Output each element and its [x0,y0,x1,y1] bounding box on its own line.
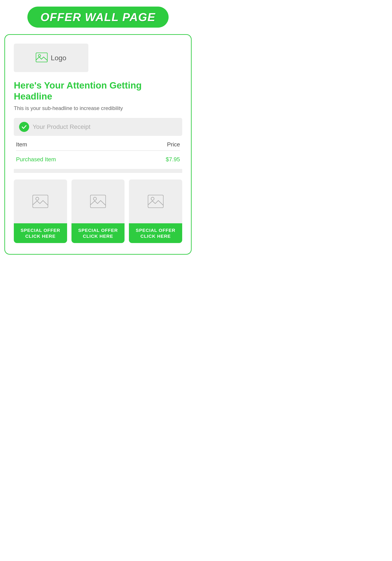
receipt-row: Purchased Item $7.95 [16,154,180,165]
svg-point-3 [36,197,39,200]
checkmark-icon [19,122,29,132]
offer-button-1[interactable]: SPECIAL OFFERCLICK HERE [14,223,67,243]
offer-image-box-3 [129,180,182,223]
receipt-table-header: Item Price [16,141,180,151]
offer-image-box-1 [14,180,67,223]
receipt-header: Your Product Receipt [14,118,182,136]
svg-point-5 [93,197,97,200]
page-title-text: OFFER WALL PAGE [41,11,156,23]
offer-button-2[interactable]: SPECIAL OFFERCLICK HERE [71,223,125,243]
offer-button-text-3: SPECIAL OFFERCLICK HERE [131,227,180,239]
offer-image-box-2 [71,180,125,223]
col-price-header: Price [167,141,180,148]
svg-point-7 [151,197,154,200]
offer-button-3[interactable]: SPECIAL OFFERCLICK HERE [129,223,182,243]
svg-rect-4 [90,195,106,208]
logo-label: Logo [51,54,66,62]
offers-grid: SPECIAL OFFERCLICK HERE SPECIAL OFFERCLI… [14,180,182,243]
offer-card-3: SPECIAL OFFERCLICK HERE [129,180,182,243]
divider-bar [14,169,182,173]
offer-card-1: SPECIAL OFFERCLICK HERE [14,180,67,243]
offer-card-2: SPECIAL OFFERCLICK HERE [71,180,125,243]
sub-headline: This is your sub-headline to increase cr… [14,105,182,111]
svg-rect-2 [33,195,48,208]
col-item-header: Item [16,141,27,148]
headline: Here's Your Attention Getting Headline [14,80,182,102]
receipt-table: Item Price Purchased Item $7.95 [14,141,182,165]
svg-rect-0 [36,53,47,62]
logo-image-icon [36,53,48,63]
offer-button-text-2: SPECIAL OFFERCLICK HERE [74,227,122,239]
receipt-title: Your Product Receipt [33,123,90,130]
logo-box: Logo [14,43,88,72]
page-title-banner: OFFER WALL PAGE [27,7,169,28]
item-price-value: $7.95 [166,156,180,163]
offer-button-text-1: SPECIAL OFFERCLICK HERE [16,227,65,239]
purchased-item-label: Purchased Item [16,156,56,163]
main-card: Logo Here's Your Attention Getting Headl… [4,34,192,255]
svg-rect-6 [148,195,163,208]
svg-point-1 [38,54,41,57]
